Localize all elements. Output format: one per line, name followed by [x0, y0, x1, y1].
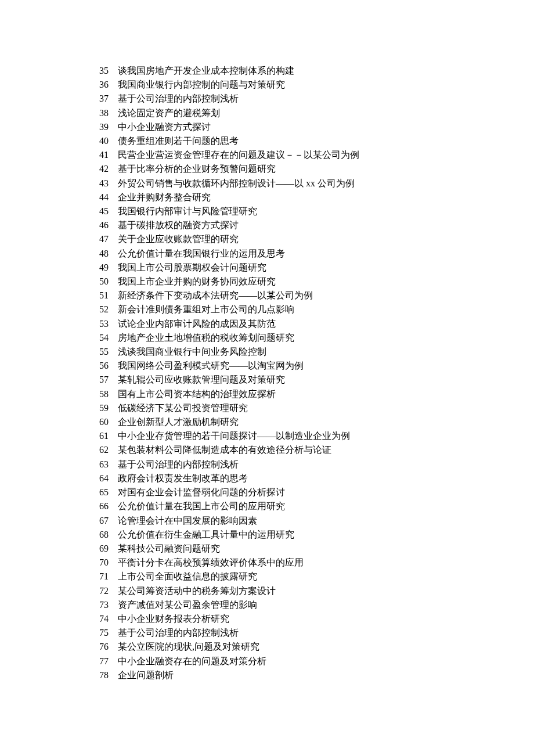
item-title: 某科技公司融资问题研究 [109, 542, 220, 556]
list-item: 50我国上市企业并购的财务协同效应研究 [90, 275, 534, 289]
list-item: 39中小企业融资方式探讨 [90, 120, 534, 134]
list-item: 74中小企业财务报表分析研究 [90, 612, 534, 626]
item-number: 78 [90, 668, 109, 682]
item-title: 基于比率分析的企业财务预警问题研究 [109, 162, 276, 176]
list-item: 59低碳经济下某公司投资管理研究 [90, 401, 534, 415]
item-title: 中小企业融资存在的问题及对策分析 [109, 654, 266, 668]
item-title: 某公立医院的现状,问题及对策研究 [109, 640, 259, 654]
item-number: 71 [90, 570, 109, 584]
item-number: 38 [90, 106, 109, 120]
item-number: 77 [90, 654, 109, 668]
list-item: 47关于企业应收账款管理的研究 [90, 232, 534, 246]
item-number: 50 [90, 275, 109, 289]
item-title: 某轧辊公司应收账款管理问题及对策研究 [109, 373, 285, 387]
list-item: 76某公立医院的现状,问题及对策研究 [90, 640, 534, 654]
item-number: 57 [90, 373, 109, 387]
item-title: 浅论固定资产的避税筹划 [109, 106, 220, 120]
item-number: 66 [90, 499, 109, 513]
item-number: 47 [90, 232, 109, 246]
item-number: 49 [90, 261, 109, 275]
list-item: 48公允价值计量在我国银行业的运用及思考 [90, 247, 534, 261]
item-title: 民营企业营运资金管理存在的问题及建议－－以某公司为例 [109, 148, 359, 162]
item-title: 上市公司全面收益信息的披露研究 [109, 570, 257, 584]
item-title: 谈我国房地产开发企业成本控制体系的构建 [109, 64, 294, 78]
item-title: 关于企业应收账款管理的研究 [109, 232, 239, 246]
item-title: 企业创新型人才激励机制研究 [109, 415, 239, 429]
list-item: 53试论企业内部审计风险的成因及其防范 [90, 317, 534, 331]
item-title: 企业问题剖析 [109, 668, 174, 682]
item-number: 48 [90, 247, 109, 261]
item-title: 公允价值在衍生金融工具计量中的运用研究 [109, 528, 294, 542]
item-title: 中小企业存货管理的若干问题探讨——以制造业企业为例 [109, 429, 350, 443]
item-title: 我国商业银行内部控制的问题与对策研究 [109, 78, 285, 92]
item-title: 资产减值对某公司盈余管理的影响 [109, 598, 257, 612]
item-number: 39 [90, 120, 109, 134]
item-number: 73 [90, 598, 109, 612]
item-title: 论管理会计在中国发展的影响因素 [109, 514, 257, 528]
item-title: 我国银行内部审计与风险管理研究 [109, 204, 257, 218]
list-item: 52新会计准则债务重组对上市公司的几点影响 [90, 303, 534, 316]
item-title: 试论企业内部审计风险的成因及其防范 [109, 317, 276, 331]
item-number: 53 [90, 317, 109, 331]
list-item: 40债务重组准则若干问题的思考 [90, 134, 534, 148]
item-number: 61 [90, 429, 109, 443]
item-number: 62 [90, 443, 109, 457]
item-number: 42 [90, 162, 109, 176]
item-title: 某包装材料公司降低制造成本的有效途径分析与论证 [109, 443, 331, 457]
list-item: 56我国网络公司盈利模式研究——以淘宝网为例 [90, 359, 534, 373]
item-number: 60 [90, 415, 109, 429]
list-item: 71上市公司全面收益信息的披露研究 [90, 570, 534, 584]
item-number: 75 [90, 626, 109, 640]
item-title: 政府会计权责发生制改革的思考 [109, 471, 248, 485]
list-item: 43外贸公司销售与收款循环内部控制设计——以 xx 公司为例 [90, 177, 534, 190]
item-number: 51 [90, 289, 109, 303]
list-item: 37基于公司治理的内部控制浅析 [90, 92, 534, 106]
item-number: 63 [90, 458, 109, 471]
list-item: 58国有上市公司资本结构的治理效应探析 [90, 387, 534, 401]
item-number: 46 [90, 218, 109, 232]
item-title: 低碳经济下某公司投资管理研究 [109, 401, 248, 415]
list-item: 44企业并购财务整合研究 [90, 190, 534, 204]
list-item: 73资产减值对某公司盈余管理的影响 [90, 598, 534, 612]
item-number: 52 [90, 303, 109, 316]
list-item: 38浅论固定资产的避税筹划 [90, 106, 534, 120]
item-number: 40 [90, 134, 109, 148]
list-item: 75基于公司治理的内部控制浅析 [90, 626, 534, 640]
item-title: 中小企业财务报表分析研究 [109, 612, 229, 626]
list-item: 45我国银行内部审计与风险管理研究 [90, 204, 534, 218]
item-number: 76 [90, 640, 109, 654]
item-title: 债务重组准则若干问题的思考 [109, 134, 239, 148]
list-item: 67论管理会计在中国发展的影响因素 [90, 514, 534, 528]
list-item: 68公允价值在衍生金融工具计量中的运用研究 [90, 528, 534, 542]
item-title: 房地产企业土地增值税的税收筹划问题研究 [109, 331, 294, 345]
list-item: 77中小企业融资存在的问题及对策分析 [90, 654, 534, 668]
list-item: 36我国商业银行内部控制的问题与对策研究 [90, 78, 534, 92]
list-item: 46基于碳排放权的融资方式探讨 [90, 218, 534, 232]
list-item: 35谈我国房地产开发企业成本控制体系的构建 [90, 64, 534, 78]
list-item: 41民营企业营运资金管理存在的问题及建议－－以某公司为例 [90, 148, 534, 162]
document-list: 35谈我国房地产开发企业成本控制体系的构建36我国商业银行内部控制的问题与对策研… [0, 64, 534, 682]
item-title: 中小企业融资方式探讨 [109, 120, 211, 134]
item-number: 43 [90, 177, 109, 190]
list-item: 55浅谈我国商业银行中间业务风险控制 [90, 345, 534, 359]
item-title: 我国上市公司股票期权会计问题研究 [109, 261, 266, 275]
list-item: 72某公司筹资活动中的税务筹划方案设计 [90, 584, 534, 598]
list-item: 49我国上市公司股票期权会计问题研究 [90, 261, 534, 275]
item-number: 74 [90, 612, 109, 626]
item-number: 45 [90, 204, 109, 218]
item-number: 35 [90, 64, 109, 78]
item-title: 对国有企业会计监督弱化问题的分析探讨 [109, 485, 285, 499]
item-title: 基于公司治理的内部控制浅析 [109, 92, 239, 106]
list-item: 64政府会计权责发生制改革的思考 [90, 471, 534, 485]
list-item: 70平衡计分卡在高校预算绩效评价体系中的应用 [90, 556, 534, 570]
item-title: 我国上市企业并购的财务协同效应研究 [109, 275, 276, 289]
list-item: 65对国有企业会计监督弱化问题的分析探讨 [90, 485, 534, 499]
list-item: 51新经济条件下变动成本法研究——以某公司为例 [90, 289, 534, 303]
item-title: 企业并购财务整合研究 [109, 190, 211, 204]
item-number: 69 [90, 542, 109, 556]
item-number: 72 [90, 584, 109, 598]
item-title: 国有上市公司资本结构的治理效应探析 [109, 387, 276, 401]
item-title: 新经济条件下变动成本法研究——以某公司为例 [109, 289, 313, 303]
list-item: 61中小企业存货管理的若干问题探讨——以制造业企业为例 [90, 429, 534, 443]
item-number: 59 [90, 401, 109, 415]
